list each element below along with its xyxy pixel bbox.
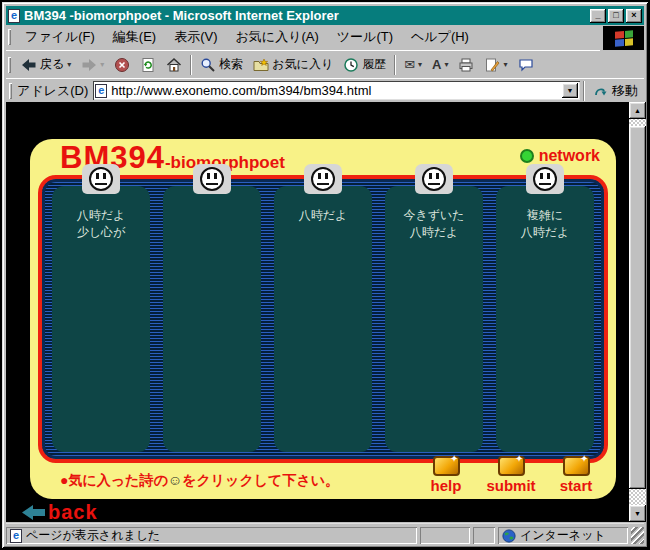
menu-file[interactable]: ファイル(F) (16, 28, 104, 46)
refresh-button[interactable] (135, 53, 161, 77)
flag-blue-pane (615, 39, 624, 47)
smiley-eye (207, 173, 210, 179)
poem-text: 八時だよ 少し心が (52, 186, 150, 241)
address-grip-handle[interactable] (9, 83, 12, 99)
address-separator (583, 81, 585, 101)
vertical-scrollbar[interactable]: ▲ ▼ (629, 102, 646, 522)
edit-dropdown-icon[interactable]: ▾ (503, 61, 507, 69)
history-button[interactable]: 履歴 (338, 53, 391, 77)
window-controls: _ □ × (590, 9, 642, 23)
poem-column-3: 八時だよ (274, 186, 372, 452)
network-indicator: network (520, 147, 600, 165)
window-title: BM394 -biomorphpoet - Microsoft Internet… (24, 8, 586, 23)
instruction-prefix: ●気に入った詩の (60, 472, 168, 488)
favorites-button[interactable]: お気に入り (248, 53, 338, 77)
menu-favorites[interactable]: お気に入り(A) (227, 28, 328, 46)
start-button[interactable]: ✦ start (550, 456, 602, 494)
back-link[interactable]: back (22, 501, 98, 522)
search-icon (200, 57, 216, 73)
edit-button[interactable]: ▾ (479, 53, 512, 77)
history-clock-icon (343, 57, 359, 73)
start-button-face[interactable]: ✦ (563, 456, 590, 476)
maximize-button[interactable]: □ (608, 9, 624, 23)
address-label: アドレス(D) (17, 82, 93, 100)
sparkle-icon: ✦ (580, 454, 588, 464)
browser-window: e BM394 -biomorphpoet - Microsoft Intern… (2, 2, 648, 548)
smiley-face-icon (89, 167, 113, 191)
minimize-button[interactable]: _ (590, 9, 606, 23)
fonts-dropdown-icon[interactable]: ▾ (444, 61, 448, 69)
status-spacer-panel (473, 527, 495, 544)
close-button[interactable]: × (626, 9, 642, 23)
toolbar-grip-handle[interactable] (8, 57, 11, 73)
scroll-up-button[interactable]: ▲ (629, 102, 646, 119)
menu-bar: ファイル(F) 編集(E) 表示(V) お気に入り(A) ツール(T) ヘルプ(… (6, 26, 600, 48)
back-arrow-icon (21, 57, 37, 73)
poem-column-5: 複雑に 八時だよ (496, 186, 594, 452)
submit-button[interactable]: ✦ submit (485, 456, 537, 494)
poem-smiley-button-4[interactable] (415, 164, 453, 194)
poem-text: 複雑に 八時だよ (496, 186, 594, 241)
help-button-face[interactable]: ✦ (433, 456, 460, 476)
search-button[interactable]: 検索 (195, 53, 248, 77)
menu-view[interactable]: 表示(V) (165, 28, 226, 46)
smiley-eye (325, 173, 328, 179)
menu-help[interactable]: ヘルプ(H) (402, 28, 478, 46)
poem-text: 今きずいた 八時だよ (385, 186, 483, 241)
forward-dropdown-icon[interactable]: ▾ (100, 61, 104, 69)
scrollbar-thumb[interactable] (629, 126, 646, 489)
submit-button-face[interactable]: ✦ (498, 456, 525, 476)
stop-button[interactable] (109, 53, 135, 77)
instruction-suffix: をクリックして下さい。 (182, 472, 339, 488)
back-link-arrow-icon (22, 505, 46, 520)
poem-smiley-button-5[interactable] (526, 164, 564, 194)
status-message: ページが表示されました (26, 527, 160, 544)
go-button[interactable]: 移動 (588, 82, 643, 100)
mail-button[interactable]: ✉ ▾ (399, 53, 427, 77)
poem-smiley-button-3[interactable] (304, 164, 342, 194)
mail-dropdown-icon[interactable]: ▾ (418, 61, 422, 69)
help-button[interactable]: ✦ help (420, 456, 472, 494)
back-dropdown-icon[interactable]: ▾ (67, 61, 71, 69)
print-button[interactable] (453, 53, 479, 77)
address-url-text[interactable]: http://www.exonemo.com/bm394/bm394.html (111, 83, 558, 98)
resize-grip[interactable] (631, 527, 644, 544)
poem-column-1: 八時だよ 少し心が (52, 186, 150, 452)
menu-tools[interactable]: ツール(T) (328, 28, 402, 46)
go-button-label: 移動 (612, 82, 638, 100)
address-bar: アドレス(D) e http://www.exonemo.com/bm394/b… (6, 78, 644, 102)
poem-column-2 (163, 186, 261, 452)
scroll-down-button[interactable]: ▼ (629, 505, 646, 522)
ie-document-icon: e (8, 9, 20, 23)
smiley-mouth (428, 183, 440, 185)
poem-columns: 八時だよ 少し心が (52, 186, 594, 452)
bm394-panel: BM394 -biomorphpoet network (30, 139, 616, 499)
back-button[interactable]: 戻る ▾ (16, 53, 76, 77)
smiley-eye (540, 173, 543, 179)
discuss-button[interactable] (513, 53, 539, 77)
address-dropdown-button[interactable]: ▼ (562, 83, 578, 98)
toolbar-separator (394, 55, 396, 75)
address-input[interactable]: e http://www.exonemo.com/bm394/bm394.htm… (93, 81, 580, 100)
network-label: network (539, 147, 600, 165)
status-message-panel: e ページが表示されました (6, 527, 417, 544)
poem-line: 八時だよ (496, 224, 594, 241)
poem-line: 八時だよ (52, 207, 150, 224)
search-button-label: 検索 (219, 56, 243, 73)
status-progress-panel (420, 527, 470, 544)
flag-yellow-pane (624, 38, 633, 46)
home-button[interactable] (161, 53, 187, 77)
forward-button[interactable]: ▾ (76, 53, 109, 77)
fonts-button[interactable]: A ▾ (427, 53, 453, 77)
favorites-folder-icon (253, 57, 269, 73)
menu-edit[interactable]: 編集(E) (104, 28, 165, 46)
back-button-label: 戻る (40, 56, 64, 73)
poem-line: 少し心が (52, 224, 150, 241)
poem-smiley-button-1[interactable] (82, 164, 120, 194)
smiley-eye (103, 173, 106, 179)
smiley-mouth (539, 183, 551, 185)
toolbar: 戻る ▾ ▾ (6, 50, 600, 78)
menu-grip-handle[interactable] (8, 29, 11, 45)
poem-smiley-button-2[interactable] (193, 164, 231, 194)
poem-line: 複雑に (496, 207, 594, 224)
